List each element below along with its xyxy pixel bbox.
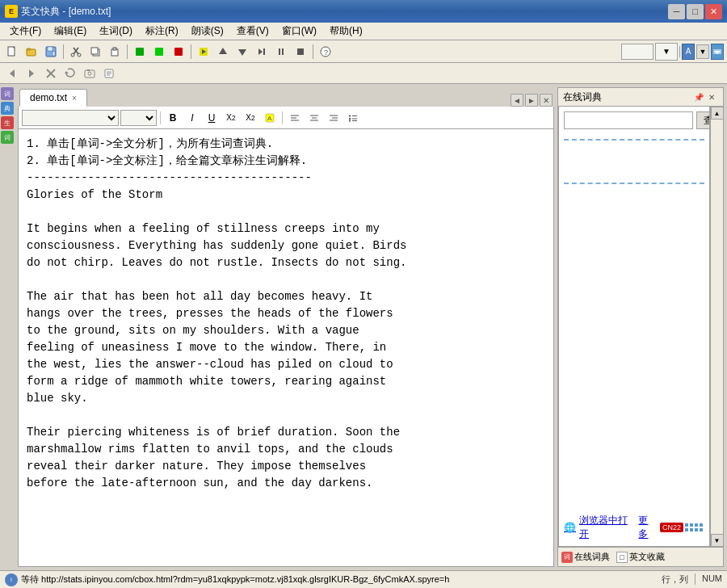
fmt-sep-1 <box>160 111 161 124</box>
pause-btn[interactable] <box>272 43 290 61</box>
dict-content-wrapper: 查询当前 查询 🌐 浏览器中打开 更多 CN22 <box>557 107 724 548</box>
play-btn[interactable] <box>195 43 212 61</box>
font-family-select[interactable] <box>22 110 119 126</box>
svg-rect-53 <box>349 115 351 116</box>
toolbar-separator-2 <box>127 44 128 59</box>
main-area: 词 典 生 词 demo.txt × ◄ ► ✕ <box>0 84 727 570</box>
menu-edit[interactable]: 编辑(E) <box>48 23 93 40</box>
menu-window[interactable]: 窗口(W) <box>275 23 323 40</box>
notes-button[interactable] <box>100 65 118 82</box>
dict-divider-1 <box>564 139 704 141</box>
svg-marker-31 <box>29 69 34 78</box>
align-left-button[interactable] <box>286 110 304 126</box>
back-button[interactable] <box>3 65 21 82</box>
italic-button[interactable]: I <box>183 110 201 126</box>
svg-rect-24 <box>282 48 284 55</box>
save-button[interactable] <box>42 43 60 61</box>
menu-annotate[interactable]: 标注(R) <box>139 23 185 40</box>
menu-help[interactable]: 帮助(H) <box>323 23 369 40</box>
scroll-indicator[interactable] <box>711 44 724 60</box>
subscript-button[interactable]: X2 <box>222 110 240 126</box>
copy-button[interactable] <box>86 43 104 61</box>
dict-scroll-down[interactable]: ▼ <box>711 534 724 547</box>
underline-button[interactable]: U <box>203 110 221 126</box>
font-color-dropdown[interactable]: ▼ <box>696 44 709 59</box>
superscript-button[interactable]: X2 <box>242 110 259 126</box>
svg-text:?: ? <box>324 48 328 57</box>
tab-next-btn[interactable]: ► <box>525 94 538 107</box>
dict-tab-online-label: 在线词典 <box>574 551 610 563</box>
dict-divider-2 <box>564 183 704 184</box>
dict-search-input[interactable] <box>564 111 693 129</box>
font-size-select[interactable] <box>120 110 157 126</box>
dict-close-btn[interactable]: ✕ <box>705 90 718 103</box>
font-dropdown-btn[interactable]: ▼ <box>655 43 678 61</box>
refresh-button[interactable] <box>61 65 79 82</box>
maximize-button[interactable]: □ <box>687 4 704 19</box>
dict-tab-collection-label: 英文收藏 <box>629 551 665 563</box>
font-size-display[interactable] <box>621 44 653 60</box>
dict-lookup-current-btn[interactable]: 查询当前 <box>696 111 710 129</box>
tab-prev-btn[interactable]: ◄ <box>511 94 523 107</box>
align-right-button[interactable] <box>325 110 342 126</box>
red-btn[interactable] <box>170 43 187 61</box>
svg-rect-5 <box>53 52 55 56</box>
forward-button[interactable] <box>23 65 40 82</box>
play-btn2[interactable] <box>253 43 271 61</box>
dict-online-icon: 词 <box>561 552 573 563</box>
tab-close-all-btn[interactable]: ✕ <box>540 94 553 107</box>
svg-rect-13 <box>113 48 116 50</box>
highlight-button[interactable]: A <box>261 110 279 126</box>
menu-view[interactable]: 查看(V) <box>230 23 275 40</box>
font-color-btn[interactable]: A <box>682 44 695 60</box>
green-btn[interactable] <box>131 43 149 61</box>
sidebar-icon-4[interactable]: 词 <box>1 131 14 144</box>
menu-word[interactable]: 生词(D) <box>93 23 139 40</box>
sidebar-icon-1[interactable]: 词 <box>1 87 14 100</box>
green-btn2[interactable] <box>150 43 168 61</box>
bold-button[interactable]: B <box>164 110 182 126</box>
dict-tab-collection[interactable]: □ 英文收藏 <box>616 551 665 563</box>
editor-content[interactable]: 1. 单击[单词->全文分析]，为所有生词查词典. 2. 单击[单词->全文标注… <box>19 129 553 566</box>
demo-tab[interactable]: demo.txt × <box>19 89 87 107</box>
sidebar-icon-3[interactable]: 生 <box>1 116 14 129</box>
dict-open-browser-btn[interactable]: 🌐 浏览器中打开 更多 <box>564 514 657 541</box>
align-center-button[interactable] <box>305 110 323 126</box>
svg-marker-30 <box>10 69 15 78</box>
nav-toolbar <box>0 63 727 84</box>
svg-rect-0 <box>8 47 15 56</box>
svg-rect-35 <box>85 70 95 78</box>
cut-button[interactable] <box>67 43 85 61</box>
svg-marker-20 <box>238 49 246 56</box>
menu-file[interactable]: 文件(F) <box>3 23 48 40</box>
menu-read[interactable]: 朗读(S) <box>185 23 230 40</box>
dict-scrollbar: ▲ ▼ <box>710 107 723 547</box>
status-sep <box>695 573 695 585</box>
svg-rect-4 <box>48 47 53 51</box>
dictionary-panel: 在线词典 📌 ✕ 查询当前 查询 🌐 浏览器中打开 <box>557 84 727 570</box>
paste-button[interactable] <box>106 43 124 61</box>
nav-down-btn[interactable] <box>233 43 251 61</box>
left-sidebar: 词 典 生 词 <box>0 84 15 570</box>
tab-close-btn[interactable]: × <box>72 94 77 103</box>
help-btn[interactable]: ? <box>317 43 334 61</box>
toolbar-separator-3 <box>191 44 191 59</box>
close-button[interactable]: ✕ <box>705 4 722 19</box>
nav-up-btn[interactable] <box>214 43 232 61</box>
minimize-button[interactable]: ─ <box>668 4 685 19</box>
dict-scroll-up[interactable]: ▲ <box>711 107 724 120</box>
dict-tab-online[interactable]: 词 在线词典 <box>561 551 610 563</box>
sidebar-icon-2[interactable]: 典 <box>1 102 14 115</box>
screenshot-button[interactable] <box>81 65 99 82</box>
text-editor: 1. 单击[单词->全文分析]，为所有生词查词典. 2. 单击[单词->全文标注… <box>18 129 554 567</box>
stop-btn[interactable] <box>292 43 309 61</box>
open-button[interactable] <box>23 43 40 61</box>
new-button[interactable] <box>3 43 21 61</box>
svg-marker-21 <box>258 48 263 55</box>
dict-pin-btn[interactable]: 📌 <box>692 90 705 103</box>
list-button[interactable] <box>344 110 362 126</box>
stop-nav-button[interactable] <box>42 65 60 82</box>
font-size-area: ▼ A ▼ <box>621 43 709 61</box>
status-bar: i 等待 http://stats.ipinyou.com/cbox.html?… <box>0 570 727 588</box>
tab-nav: ◄ ► ✕ <box>511 94 553 107</box>
